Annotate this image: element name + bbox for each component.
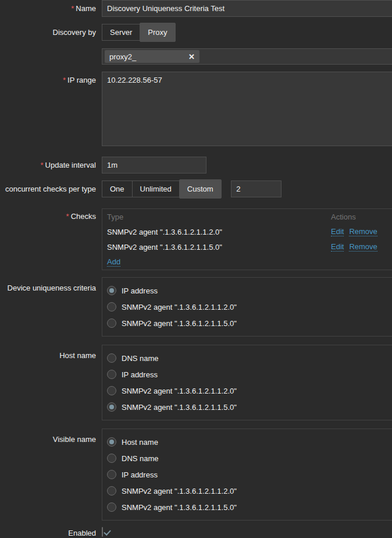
name-row: *Name [0,0,392,17]
check-row: SNMPv2 agent ".1.3.6.1.2.1.1.5.0" Edit R… [102,239,392,254]
radio-icon[interactable] [107,470,116,479]
radio-option-snmp-2-0[interactable]: SNMPv2 agent ".1.3.6.1.2.1.1.2.0" [107,483,392,499]
concurrent-checks-option-custom[interactable]: Custom [179,179,222,199]
visible-name-label: Visible name [0,429,102,444]
device-uniqueness-label: Device uniqueness criteria [0,277,102,292]
radio-icon[interactable] [107,318,116,328]
name-input[interactable] [102,0,392,17]
radio-icon[interactable] [107,502,116,512]
radio-option-snmp-5-0[interactable]: SNMPv2 agent ".1.3.6.1.2.1.1.5.0" [107,499,392,515]
ip-range-textarea[interactable]: 10.22.228.56-57 [102,72,392,146]
check-remove-link[interactable]: Remove [349,242,377,252]
radio-icon[interactable] [107,286,116,295]
radio-option-ip-address[interactable]: IP address [107,282,392,299]
radio-icon[interactable] [107,353,116,363]
checks-col-actions: Actions [331,213,392,221]
add-check-link[interactable]: Add [107,257,120,267]
concurrent-checks-label: concurrent checks per type [0,180,102,193]
ip-range-label: *IP range [0,72,102,84]
required-asterisk: * [40,161,43,169]
enabled-checkbox[interactable] [102,527,103,537]
enabled-label: Enabled [0,528,102,537]
visible-name-radio-group: Host name DNS name IP address SNMPv2 age… [102,429,392,521]
radio-icon[interactable] [107,402,116,412]
remove-proxy-icon[interactable]: ✕ [188,53,195,61]
visible-name-row: Visible name Host name DNS name IP addre… [0,429,392,521]
check-remove-link[interactable]: Remove [349,227,377,236]
radio-option-ip-address[interactable]: IP address [107,466,392,483]
check-type: SNMPv2 agent ".1.3.6.1.2.1.1.5.0" [107,243,331,252]
required-asterisk: * [63,76,66,84]
proxy-chip: proxy2_ ✕ [105,50,199,63]
radio-icon[interactable] [107,302,116,312]
host-name-radio-group: DNS name IP address SNMPv2 agent ".1.3.6… [102,345,392,420]
discovery-by-label: Discovery by [0,24,102,37]
discovery-rule-form: *Name Discovery by Server Proxy proxy2_ … [0,0,392,537]
proxy-row: proxy2_ ✕ [0,48,392,65]
checks-add-row: Add [102,254,392,270]
enabled-row: Enabled [0,528,392,537]
name-label: *Name [0,0,102,13]
radio-icon[interactable] [107,454,116,463]
host-name-label: Host name [0,345,102,360]
concurrent-checks-option-one[interactable]: One [102,180,133,197]
checks-row: *Checks Type Actions SNMPv2 agent ".1.3.… [0,208,392,270]
radio-option-snmp-5-0[interactable]: SNMPv2 agent ".1.3.6.1.2.1.1.5.0" [107,399,392,415]
check-type: SNMPv2 agent ".1.3.6.1.2.1.1.2.0" [107,228,331,236]
radio-icon[interactable] [107,370,116,379]
check-edit-link[interactable]: Edit [331,227,344,236]
host-name-row: Host name DNS name IP address SNMPv2 age… [0,345,392,420]
checks-label: *Checks [0,208,102,221]
update-interval-label: *Update interval [0,157,102,169]
proxy-chip-label: proxy2_ [109,52,136,61]
check-row: SNMPv2 agent ".1.3.6.1.2.1.1.2.0" Edit R… [102,224,392,239]
radio-icon[interactable] [107,437,116,447]
device-uniqueness-radio-group: IP address SNMPv2 agent ".1.3.6.1.2.1.1.… [102,277,392,337]
required-asterisk: * [66,212,69,221]
concurrent-checks-row: concurrent checks per type One Unlimited… [0,180,392,197]
concurrent-checks-option-unlimited[interactable]: Unlimited [132,180,180,197]
device-uniqueness-row: Device uniqueness criteria IP address SN… [0,277,392,337]
radio-option-snmp-5-0[interactable]: SNMPv2 agent ".1.3.6.1.2.1.1.5.0" [107,315,392,331]
radio-icon[interactable] [107,486,116,495]
checks-table: Type Actions SNMPv2 agent ".1.3.6.1.2.1.… [102,208,392,270]
discovery-by-row: Discovery by Server Proxy [0,24,392,41]
checks-table-header: Type Actions [102,209,392,224]
radio-option-ip-address[interactable]: IP address [107,366,392,383]
checks-col-type: Type [107,213,331,221]
discovery-by-option-server[interactable]: Server [102,24,140,41]
update-interval-input[interactable] [102,157,206,174]
ip-range-row: *IP range 10.22.228.56-57 [0,72,392,148]
radio-option-dns-name[interactable]: DNS name [107,450,392,466]
check-edit-link[interactable]: Edit [331,242,344,252]
radio-option-dns-name[interactable]: DNS name [107,350,392,366]
concurrent-checks-segmented-control: One Unlimited Custom [102,180,222,197]
radio-option-snmp-2-0[interactable]: SNMPv2 agent ".1.3.6.1.2.1.1.2.0" [107,299,392,315]
radio-option-snmp-2-0[interactable]: SNMPv2 agent ".1.3.6.1.2.1.1.2.0" [107,383,392,399]
discovery-by-option-proxy[interactable]: Proxy [140,23,175,42]
radio-icon[interactable] [107,386,116,395]
discovery-by-segmented-control: Server Proxy [102,24,176,41]
radio-option-host-name[interactable]: Host name [107,434,392,450]
proxy-multiselect[interactable]: proxy2_ ✕ [102,48,392,65]
required-asterisk: * [71,4,74,13]
concurrent-checks-custom-input[interactable] [231,180,281,197]
update-interval-row: *Update interval [0,157,392,174]
